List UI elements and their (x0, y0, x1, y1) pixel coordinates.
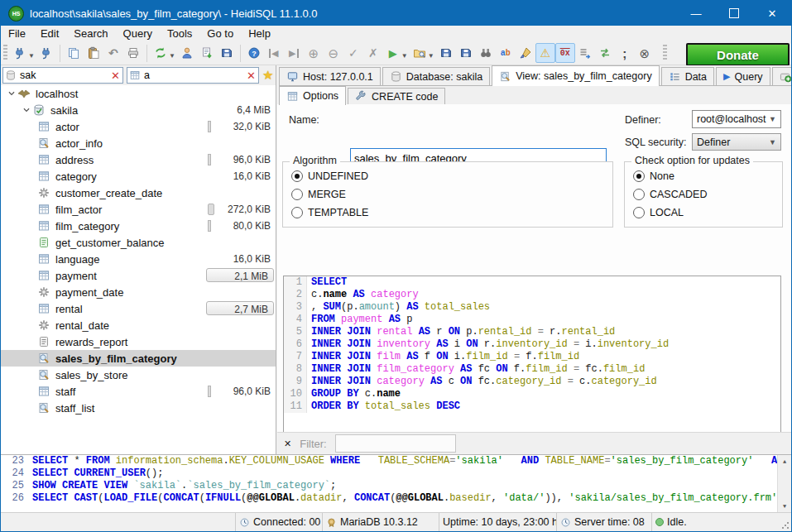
tab-options[interactable]: Options (279, 86, 346, 105)
tree-item-actor[interactable]: actor32,0 KiB (1, 118, 276, 135)
radio-undefined[interactable]: UNDEFINED (291, 170, 368, 182)
menu-file[interactable]: File (1, 26, 33, 41)
table-filter-input[interactable] (142, 69, 244, 82)
tab-database[interactable]: Database: sakila (382, 67, 490, 85)
add-record-button[interactable]: ⊕ (304, 43, 324, 63)
filter-close-icon[interactable]: ✕ (284, 439, 291, 449)
save-sync-button[interactable] (217, 43, 237, 63)
chevron-down-icon[interactable] (21, 104, 32, 116)
tree-item-customer_create_date[interactable]: customer_create_date (1, 185, 276, 201)
database-filter-input[interactable] (18, 69, 108, 82)
maximize-button[interactable] (715, 1, 753, 26)
session-manager-button[interactable] (10, 43, 30, 63)
cancel-editing-button[interactable]: ✗ (363, 43, 383, 63)
tree-item-film_actor[interactable]: film_actor272,0 KiB (1, 201, 276, 218)
menu-search[interactable]: Search (66, 26, 115, 41)
radio-merge[interactable]: MERGE (291, 189, 346, 200)
undo-button[interactable]: ↶ (103, 43, 123, 63)
tree-item-rental_date[interactable]: rental_date (1, 317, 276, 333)
tree-item-staff[interactable]: staff96,0 KiB (1, 383, 276, 400)
help-button[interactable] (244, 43, 264, 63)
save-sql-button[interactable] (436, 43, 456, 63)
menu-tools[interactable]: Tools (160, 26, 199, 41)
user-manager-button[interactable] (177, 43, 197, 63)
radio-merge-control[interactable] (291, 189, 303, 200)
menu-edit[interactable]: Edit (33, 26, 66, 41)
save-sql-as-button[interactable] (456, 43, 476, 63)
clear-table-filter-icon[interactable]: ✕ (247, 69, 256, 82)
copy-button[interactable] (64, 43, 84, 63)
delete-record-button[interactable]: ⊖ (324, 43, 343, 63)
tab-data[interactable]: Data (661, 67, 714, 85)
radio-cascaded[interactable]: CASCADED (633, 189, 707, 200)
execute-sql-button[interactable]: ▶ (383, 43, 403, 63)
tab-create-code[interactable]: CREATE code (348, 88, 445, 104)
tab-query[interactable]: ▶Query (716, 67, 770, 85)
menu-goto[interactable]: Go to (199, 26, 241, 41)
highlight-warning-toggle[interactable]: ⚠ (535, 43, 555, 63)
print-button[interactable] (123, 43, 143, 63)
find-text-button[interactable] (476, 43, 496, 63)
tree-item-language[interactable]: language16,0 KiB (1, 251, 276, 267)
refresh-dropdown-caret[interactable]: ▼ (169, 52, 175, 60)
radio-local[interactable]: LOCAL (633, 207, 684, 218)
radio-local-control[interactable] (633, 207, 645, 218)
tree-item-localhost[interactable]: localhost (1, 85, 276, 102)
tree-item-category[interactable]: category16,0 KiB (1, 168, 276, 185)
radio-none[interactable]: None (633, 170, 674, 182)
scroll-down-icon[interactable]: ▼ (778, 500, 791, 512)
chevron-down-icon[interactable] (6, 88, 17, 99)
clear-database-filter-icon[interactable]: ✕ (111, 69, 120, 82)
radio-temptable-control[interactable] (291, 207, 303, 218)
log-scrollbar[interactable]: ▲ ▼ (777, 455, 791, 512)
radio-temptable[interactable]: TEMPTABLE (291, 207, 368, 218)
stop-query-button[interactable]: ⊗ (635, 43, 655, 63)
view-select-code-editor[interactable]: 1SELECT2c.name AS category3, SUM(p.amoun… (283, 276, 781, 442)
tab-view[interactable]: View: sales_by_film_category (492, 65, 659, 86)
resize-grip[interactable] (781, 521, 790, 530)
tree-item-sakila[interactable]: sakila6,4 MiB (1, 102, 276, 118)
load-sql-file-button[interactable] (410, 43, 430, 63)
tree-item-film_category[interactable]: film_category80,0 KiB (1, 218, 276, 234)
sql-security-dropdown[interactable]: Definer▼ (692, 133, 781, 151)
disconnect-button[interactable] (36, 43, 56, 63)
last-record-button[interactable]: ▶ (284, 43, 304, 63)
reformat-sql-button[interactable] (516, 43, 535, 63)
tree-item-payment[interactable]: payment2,1 MiB (1, 267, 276, 284)
menu-help[interactable]: Help (241, 26, 278, 41)
sql-log-panel[interactable]: ▲ ▼ 23SELECT * FROM information_schema.K… (1, 454, 791, 512)
definer-dropdown-icon[interactable]: ▼ (769, 115, 780, 123)
tree-item-staff_list[interactable]: staff_list (1, 400, 276, 416)
tree-item-get_customer_balance[interactable]: get_customer_balance (1, 234, 276, 251)
first-record-button[interactable]: ◀ (264, 43, 284, 63)
view-as-hex-toggle[interactable]: 0x (555, 43, 575, 63)
load-file-dropdown-caret[interactable]: ▼ (428, 52, 434, 60)
tab-new-query[interactable] (772, 67, 792, 85)
execute-dropdown-caret[interactable]: ▼ (401, 52, 408, 60)
radio-undefined-control[interactable] (291, 170, 303, 182)
paste-button[interactable] (84, 43, 103, 63)
post-changes-button[interactable]: ✓ (343, 43, 363, 63)
close-button[interactable]: ✕ (753, 1, 791, 26)
favorites-star-icon[interactable]: ★ (262, 68, 273, 83)
tab-host[interactable]: Host: 127.0.0.1 (279, 67, 381, 85)
tree-item-payment_date[interactable]: payment_date (1, 284, 276, 300)
tree-item-actor_info[interactable]: actor_info (1, 135, 276, 151)
tree-item-rental[interactable]: rental2,7 MiB (1, 300, 276, 317)
refresh-button[interactable] (151, 43, 170, 63)
tree-item-address[interactable]: address96,0 KiB (1, 151, 276, 168)
radio-cascaded-control[interactable] (633, 189, 645, 200)
definer-combobox[interactable]: root@localhost▼ (692, 110, 781, 128)
filter-input[interactable] (335, 434, 456, 453)
delimiter-button[interactable]: ; (615, 43, 635, 63)
replace-text-button[interactable]: ab (496, 43, 516, 63)
radio-none-control[interactable] (633, 170, 645, 182)
session-dropdown-caret[interactable]: ▼ (28, 52, 35, 60)
tree-item-sales_by_film_category[interactable]: sales_by_film_category (1, 350, 276, 367)
menu-query[interactable]: Query (116, 26, 160, 41)
minimize-button[interactable]: — (677, 1, 715, 26)
insert-files-button[interactable] (575, 43, 595, 63)
sql-security-dropdown-icon[interactable]: ▼ (769, 138, 780, 146)
donate-button[interactable]: Donate (686, 43, 790, 66)
scroll-up-icon[interactable]: ▲ (778, 455, 791, 467)
